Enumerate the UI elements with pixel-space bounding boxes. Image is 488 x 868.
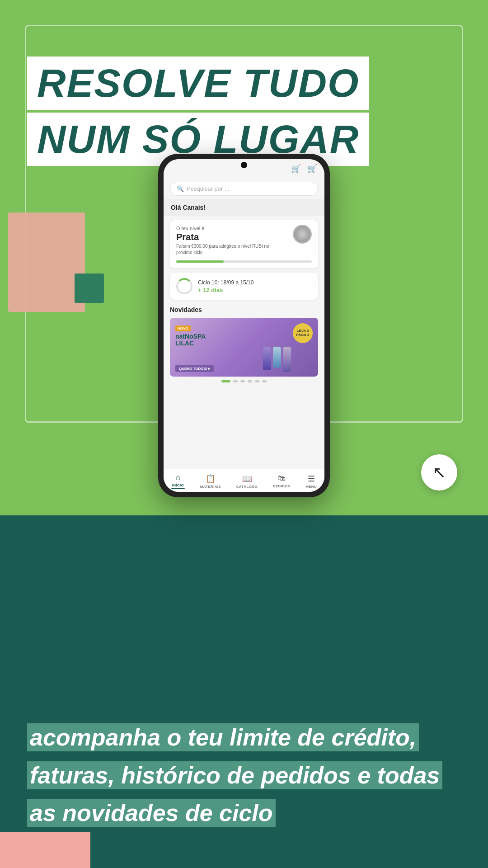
search-icon: 🔍: [177, 185, 184, 192]
dot-3: [240, 380, 245, 382]
product-bottle-3: [283, 347, 291, 372]
cycle-card: Ciclo 10: 18/09 a 15/10 + 12 dias: [170, 273, 318, 300]
phone-screen: 🛒 🛒 🔍 Pesquisar por ... Olá Canais! O te…: [164, 159, 324, 492]
nav-label-materiais: MATERIAIS: [200, 485, 221, 489]
novidades-banner[interactable]: NOVO natNoSPA LILAC LEVA 3PAGA 2: [170, 318, 318, 377]
nav-item-menu[interactable]: ☰ MENU: [305, 474, 317, 489]
orders-icon: 🛍: [277, 474, 286, 483]
catalog-icon: 📖: [242, 474, 252, 484]
product-bottle-1: [263, 347, 271, 370]
dot-5: [255, 380, 259, 382]
dot-6: [262, 380, 267, 382]
nav-item-inicio[interactable]: ⌂ INÍCIO: [171, 473, 185, 489]
carousel-dots: [170, 380, 318, 382]
headline-line1-text: RESOLVE TUDO: [37, 61, 359, 105]
materials-icon: 📋: [206, 474, 216, 484]
phone-mockup: 🛒 🛒 🔍 Pesquisar por ... Olá Canais! O te…: [158, 154, 330, 497]
nav-label-inicio: INÍCIO: [172, 483, 184, 487]
search-bar-row: 🔍 Pesquisar por ...: [164, 178, 324, 199]
product-bottle-2: [273, 347, 281, 368]
search-placeholder-text: Pesquisar por ...: [187, 185, 230, 192]
cycle-progress-icon: [176, 278, 192, 294]
nav-item-materiais[interactable]: 📋 MATERIAIS: [200, 474, 221, 489]
banner-promo-badge: LEVA 3PAGA 2: [293, 323, 313, 343]
banner-promo-text: LEVA 3PAGA 2: [296, 329, 310, 337]
decorative-green-square: [75, 274, 104, 303]
level-name: Prata: [176, 232, 312, 242]
nav-label-pedidos: PEDIDOS: [273, 484, 290, 488]
banner-brand-line2: LILAC: [175, 340, 206, 347]
bottom-text: acompanha o teu limite de crédito, fatur…: [27, 723, 442, 826]
level-description: Faltam €300.00 para atingires o nível RU…: [176, 243, 285, 256]
bottom-pink-decoration: [0, 832, 90, 868]
banner-cta-button[interactable]: QUERO TODOS! ▸: [175, 365, 214, 372]
greeting-text: Olá Canais!: [164, 199, 324, 216]
level-label: O teu nível é: [176, 226, 312, 231]
dot-2: [233, 380, 238, 382]
phone-camera: [241, 162, 247, 168]
cycle-days: + 12 dias: [198, 287, 253, 293]
headline-line1-block: RESOLVE TUDO: [27, 57, 369, 110]
cycle-title: Ciclo 10: 18/09 a 15/10: [198, 279, 253, 286]
nav-underline-inicio: [171, 488, 185, 489]
level-card: O teu nível é Prata Faltam €300.00 para …: [170, 220, 318, 268]
nav-label-menu: MENU: [305, 485, 317, 489]
search-input[interactable]: 🔍 Pesquisar por ...: [170, 182, 318, 196]
progress-bar-fill: [176, 260, 224, 263]
banner-brand-line1: natNoSPA: [175, 333, 206, 340]
cycle-info: Ciclo 10: 18/09 a 15/10 + 12 dias: [198, 279, 253, 293]
cart-icon[interactable]: 🛒: [307, 164, 317, 174]
home-icon: ⌂: [176, 473, 181, 482]
level-badge-icon: [293, 225, 312, 244]
novidades-title: Novidades: [170, 306, 318, 313]
menu-icon: ☰: [308, 474, 315, 484]
nav-label-catalogo: CATÁLOGO: [236, 485, 258, 489]
progress-bar-background: [176, 260, 312, 263]
banner-novo-badge: NOVO: [175, 326, 191, 331]
banner-text-left: NOVO natNoSPA LILAC: [175, 323, 206, 347]
banner-product-bottles: [263, 347, 291, 372]
nav-item-catalogo[interactable]: 📖 CATÁLOGO: [236, 474, 258, 489]
decorative-pink-rectangle: [8, 212, 85, 312]
banner-brand-name: natNoSPA LILAC: [175, 333, 206, 347]
novidades-section: Novidades NOVO natNoSPA LILAC LEVA 3PAGA…: [164, 300, 324, 385]
dot-4: [248, 380, 252, 382]
dot-1: [221, 380, 230, 382]
headline-container: RESOLVE TUDO NUM SÓ LUGAR: [27, 57, 369, 166]
cursor-bubble: ↖: [421, 454, 457, 491]
wishlist-icon[interactable]: 🛒: [291, 164, 301, 174]
nav-item-pedidos[interactable]: 🛍 PEDIDOS: [273, 474, 290, 488]
cursor-icon: ↖: [432, 463, 446, 482]
phone-outer-frame: 🛒 🛒 🔍 Pesquisar por ... Olá Canais! O te…: [158, 154, 330, 497]
bottom-navigation: ⌂ INÍCIO 📋 MATERIAIS 📖 CATÁLOGO 🛍 PEDIDO…: [164, 469, 324, 492]
bottom-text-area: acompanha o teu limite de crédito, fatur…: [27, 719, 461, 832]
